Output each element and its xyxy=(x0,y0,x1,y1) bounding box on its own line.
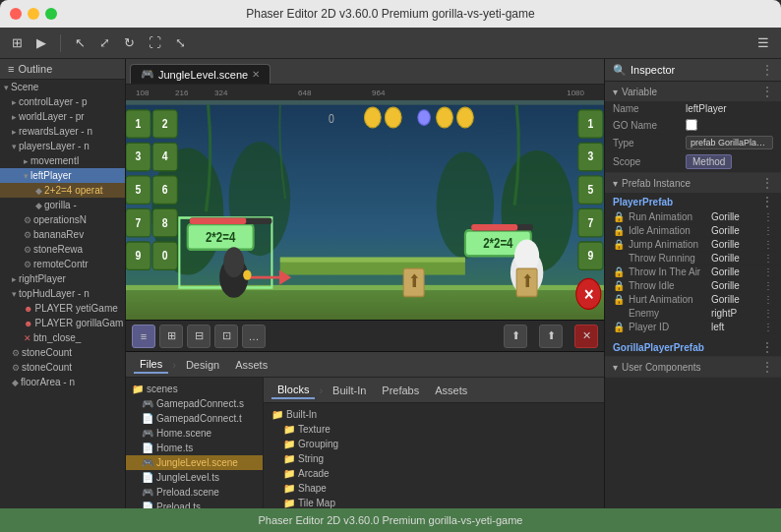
tree-banana[interactable]: ⚙bananaRev xyxy=(0,227,125,242)
anim-btn-5[interactable]: ⋮ xyxy=(763,280,773,291)
tree-tophud[interactable]: ▾topHudLayer - n xyxy=(0,286,125,301)
scope-btn[interactable]: Method xyxy=(686,154,732,169)
file-home-ts[interactable]: 📄 Home.ts xyxy=(126,441,263,455)
tree-floorarea[interactable]: ◆floorArea - n xyxy=(0,375,125,389)
block-string[interactable]: 📁 String xyxy=(268,451,600,466)
scene-tab[interactable]: 🎮 JungleLevel.scene ✕ xyxy=(130,64,270,84)
file-home-scene[interactable]: 🎮 Home.scene xyxy=(126,426,263,441)
tree-scene[interactable]: ▾Scene xyxy=(0,80,125,94)
tree-stonecount2[interactable]: ⚙stoneCount xyxy=(0,360,125,375)
toolbar-menu-btn[interactable]: ☰ xyxy=(753,33,773,52)
files-tab-files[interactable]: Files xyxy=(134,356,168,374)
tree-operations[interactable]: ⚙operationsN xyxy=(0,212,125,227)
maximize-button[interactable] xyxy=(45,8,57,20)
block-builtin[interactable]: 📁 Built-In xyxy=(268,407,600,422)
block-shape[interactable]: 📁 Shape xyxy=(268,481,600,496)
svg-text:✕: ✕ xyxy=(583,286,594,304)
anim-btn-6[interactable]: ⋮ xyxy=(763,294,773,305)
anim-btn-7[interactable]: ⋮ xyxy=(763,308,773,319)
scene-tool-more[interactable]: … xyxy=(242,325,266,348)
variable-menu[interactable]: ⋮ xyxy=(761,85,773,98)
scene-tool-align[interactable]: ≡ xyxy=(132,325,155,348)
files-tree[interactable]: 📁 scenes 🎮 GamepadConnect.s 📄 GamepadCon… xyxy=(126,378,264,508)
files-tab-design[interactable]: Design xyxy=(180,357,225,373)
gorilla-prefab-menu[interactable]: ⋮ xyxy=(761,340,773,354)
prefab-name-menu[interactable]: ⋮ xyxy=(761,195,773,208)
tree-rewardslayer[interactable]: ▸rewardsLayer - n xyxy=(0,124,125,139)
file-preload-scene[interactable]: 🎮 Preload.scene xyxy=(126,485,263,500)
scene-tool-close[interactable]: ✕ xyxy=(574,325,598,348)
scene-viewport[interactable]: 108 216 324 648 964 1080 xyxy=(126,85,604,351)
svg-rect-20 xyxy=(152,176,177,204)
tree-movement[interactable]: ▸movementI xyxy=(0,153,125,168)
tree-movement-label: movementI xyxy=(30,155,79,166)
tree-btn-close[interactable]: ✕btn_close_ xyxy=(0,330,125,345)
scene-tool-up1[interactable]: ⬆ xyxy=(504,325,527,348)
minimize-button[interactable] xyxy=(28,8,39,20)
goname-label: GO Name xyxy=(613,120,682,131)
prefab-section-header[interactable]: ▾ Prefab Instance ⋮ xyxy=(605,173,781,193)
tree-gorilla-player[interactable]: ☻PLAYER gorillaGam xyxy=(0,316,125,330)
blocks-tab-builtin[interactable]: Built-In xyxy=(327,383,372,398)
scene-tab-close[interactable]: ✕ xyxy=(252,69,260,80)
file-gamepad1[interactable]: 🎮 GamepadConnect.s xyxy=(126,396,263,411)
blocks-tab-blocks[interactable]: Blocks xyxy=(271,382,315,399)
anim-btn-3[interactable]: ⋮ xyxy=(763,253,773,264)
block-texture[interactable]: 📁 Texture xyxy=(268,422,600,437)
scene-tool-up2[interactable]: ⬆ xyxy=(539,325,563,348)
toolbar-grid-btn[interactable]: ⊞ xyxy=(8,33,27,52)
toolbar-cursor-btn[interactable]: ↖ xyxy=(71,33,90,52)
anim-btn-2[interactable]: ⋮ xyxy=(763,239,773,250)
scene-tool-snap[interactable]: ⊡ xyxy=(214,325,238,348)
close-button[interactable] xyxy=(10,8,22,20)
tree-controllayer[interactable]: ▸controlLayer - p xyxy=(0,94,125,109)
anim-btn-8[interactable]: ⋮ xyxy=(763,322,773,332)
block-tilemap[interactable]: 📁 Tile Map xyxy=(268,496,600,508)
scene-tool-minus[interactable]: ⊟ xyxy=(187,325,210,348)
user-components-header[interactable]: ▾ User Components ⋮ xyxy=(605,357,781,377)
toolbar-move-btn[interactable]: ⤢ xyxy=(95,33,114,52)
tree-yeti-player[interactable]: ☻PLAYER yetiGame xyxy=(0,301,125,316)
svg-rect-24 xyxy=(152,208,177,236)
block-arcade[interactable]: 📁 Arcade xyxy=(268,466,600,481)
tree-stonecount1[interactable]: ⚙stoneCount xyxy=(0,345,125,360)
tree-remote[interactable]: ⚙remoteContr xyxy=(0,257,125,271)
prefab-section-menu[interactable]: ⋮ xyxy=(761,176,773,190)
svg-text:2: 2 xyxy=(162,116,168,130)
tree-stone[interactable]: ⚙stoneRewa xyxy=(0,242,125,257)
svg-rect-14 xyxy=(126,143,150,170)
variable-section-header[interactable]: ▾ Variable ⋮ xyxy=(605,82,781,101)
block-grouping[interactable]: 📁 Grouping xyxy=(268,437,600,451)
file-gamepad2[interactable]: 📄 GamepadConnect.t xyxy=(126,411,263,426)
tree-rightplayer[interactable]: ▸rightPlayer xyxy=(0,271,125,286)
toolbar-rotate-btn[interactable]: ↻ xyxy=(120,33,139,52)
tree-operation[interactable]: ◆2+2=4 operat xyxy=(0,183,125,198)
goname-checkbox[interactable] xyxy=(686,119,697,131)
tree-gorilla[interactable]: ◆gorilla - xyxy=(0,198,125,212)
tree-rewardslayer-label: rewardsLayer - n xyxy=(19,126,92,137)
tree-playerslayer[interactable]: ▾playersLayer - n xyxy=(0,139,125,153)
anim-btn-4[interactable]: ⋮ xyxy=(763,266,773,277)
blocks-tab-assets[interactable]: Assets xyxy=(429,383,473,398)
blocks-tab-prefabs[interactable]: Prefabs xyxy=(376,383,425,398)
inspector-menu[interactable]: ⋮ xyxy=(761,63,773,77)
file-jungle-scene[interactable]: 🎮 JungleLevel.scene xyxy=(126,455,263,470)
file-jungle-ts[interactable]: 📄 JungleLevel.ts xyxy=(126,470,263,485)
blocks-content[interactable]: 📁 Built-In 📁 Texture 📁 Grouping xyxy=(264,403,604,508)
tree-leftplayer[interactable]: ▾leftPlayer xyxy=(0,168,125,183)
svg-rect-54 xyxy=(471,224,517,230)
anim-btn-0[interactable]: ⋮ xyxy=(763,211,773,222)
scene-tool-grid[interactable]: ⊞ xyxy=(159,325,183,348)
anim-btn-1[interactable]: ⋮ xyxy=(763,225,773,236)
files-tab-assets[interactable]: Assets xyxy=(229,357,273,373)
toolbar-play-btn[interactable]: ▶ xyxy=(32,33,50,52)
user-components-menu[interactable]: ⋮ xyxy=(761,360,773,374)
outline-tree[interactable]: ▾Scene ▸controlLayer - p ▸worldLayer - p… xyxy=(0,80,125,508)
file-scenes-folder[interactable]: 📁 scenes xyxy=(126,382,263,396)
toolbar-zoom-btn[interactable]: ⛶ xyxy=(145,33,165,52)
tree-gorilla-player-label: PLAYER gorillaGam xyxy=(34,318,123,328)
file-preload-ts[interactable]: 📄 Preload.ts xyxy=(126,500,263,508)
toolbar-fit-btn[interactable]: ⤡ xyxy=(171,33,190,52)
scope-label: Scope xyxy=(613,156,682,167)
tree-worldlayer[interactable]: ▸worldLayer - pr xyxy=(0,109,125,124)
